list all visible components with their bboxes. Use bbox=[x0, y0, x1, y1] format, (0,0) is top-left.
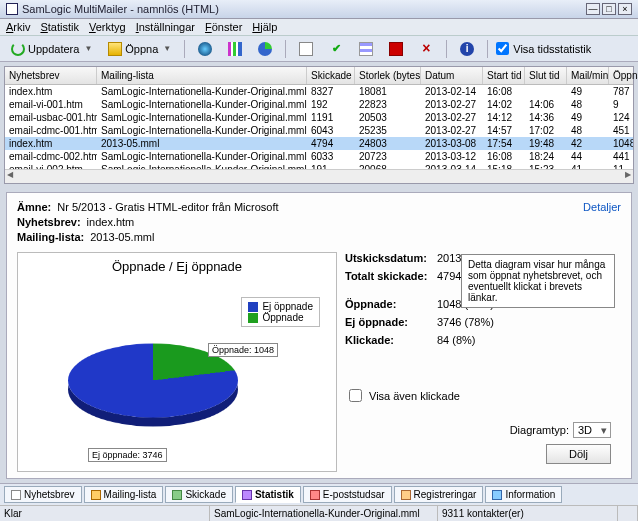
diagram-type-select[interactable]: 3D bbox=[573, 422, 611, 438]
menu-statistik[interactable]: Statistik bbox=[40, 21, 79, 33]
stats-column: Detta diagram visar hur många som öppnat… bbox=[345, 252, 621, 472]
mailinglist-value: 2013-05.mml bbox=[90, 231, 154, 243]
tab-epoststudsar[interactable]: E-poststudsar bbox=[303, 486, 392, 503]
ejopp-label: Ej öppnade: bbox=[345, 316, 437, 328]
show-clicks-input[interactable] bbox=[349, 389, 362, 402]
legend-op: Öppnade bbox=[262, 312, 303, 323]
tab-nyhetsbrev[interactable]: Nyhetsbrev bbox=[4, 486, 82, 503]
tab-statistik[interactable]: Statistik bbox=[235, 486, 301, 503]
details-link[interactable]: Detaljer bbox=[583, 201, 621, 213]
horizontal-scrollbar[interactable] bbox=[5, 169, 633, 183]
table-row[interactable]: email-cdmc-001.htmSamLogic-Internationel… bbox=[5, 124, 633, 137]
show-clicks-checkbox[interactable]: Visa även klickade bbox=[345, 386, 621, 405]
separator bbox=[487, 40, 488, 58]
stop-button[interactable] bbox=[384, 39, 408, 59]
reg-icon bbox=[401, 490, 411, 500]
list-button[interactable] bbox=[354, 39, 378, 59]
menubar: Arkiv Statistik Verktyg Inställningar Fö… bbox=[0, 19, 638, 36]
maximize-button[interactable]: □ bbox=[602, 3, 616, 15]
table-row[interactable]: email-usbac-001.htmSamLogic-Internatione… bbox=[5, 111, 633, 124]
check-button[interactable]: ✔ bbox=[324, 39, 348, 59]
status-grip bbox=[618, 506, 638, 521]
pie-label-notopened: Ej öppnade: 3746 bbox=[88, 448, 167, 462]
table-row[interactable]: email-cdmc-002.htmSamLogic-Internationel… bbox=[5, 150, 633, 163]
klick-label: Klickade: bbox=[345, 334, 437, 346]
pie-label-opened: Öppnade: 1048 bbox=[208, 343, 278, 357]
grid-body[interactable]: index.htmSamLogic-Internationella-Kunder… bbox=[5, 85, 633, 169]
tab-registreringar[interactable]: Registreringar bbox=[394, 486, 484, 503]
grid-header: Nyhetsbrev Mailing-lista Skickade Storle… bbox=[5, 67, 633, 85]
menu-hjalp[interactable]: Hjälp bbox=[252, 21, 277, 33]
totalt-value: 4794 bbox=[437, 270, 461, 282]
bottom-tabs: Nyhetsbrev Mailing-lista Skickade Statis… bbox=[0, 483, 638, 505]
tab-mailing[interactable]: Mailing-lista bbox=[84, 486, 164, 503]
info-icon: i bbox=[460, 42, 474, 56]
note-icon bbox=[299, 42, 313, 56]
x-icon: × bbox=[419, 42, 433, 56]
check-icon: ✔ bbox=[329, 42, 343, 56]
info-box: Detta diagram visar hur många som öppnat… bbox=[461, 254, 615, 308]
refresh-icon bbox=[11, 42, 25, 56]
time-stats-checkbox[interactable]: Visa tidsstatistik bbox=[496, 42, 591, 55]
stop-icon bbox=[389, 42, 403, 56]
open-button[interactable]: Öppna ▼ bbox=[103, 39, 176, 59]
refresh-button[interactable]: Uppdatera ▼ bbox=[6, 39, 97, 59]
time-stats-label: Visa tidsstatistik bbox=[513, 43, 591, 55]
window-title: SamLogic MultiMailer - namnlös (HTML) bbox=[22, 3, 582, 15]
legend-swatch-green bbox=[248, 313, 258, 323]
utskick-label: Utskicksdatum: bbox=[345, 252, 437, 264]
legend-swatch-blue bbox=[248, 302, 258, 312]
note-button[interactable] bbox=[294, 39, 318, 59]
table-row[interactable]: index.htm2013-05.mml4794248032013-03-081… bbox=[5, 137, 633, 150]
show-clicks-label: Visa även klickade bbox=[369, 390, 460, 402]
col-datum[interactable]: Datum bbox=[421, 67, 483, 84]
pie-chart-icon bbox=[258, 42, 272, 56]
info-button[interactable]: i bbox=[455, 39, 479, 59]
details-panel: Detaljer Ämne:Nr 5/2013 - Gratis HTML-ed… bbox=[6, 192, 632, 479]
col-storlek[interactable]: Storlek (bytes) bbox=[355, 67, 421, 84]
pie-button[interactable] bbox=[253, 39, 277, 59]
folder-icon bbox=[108, 42, 122, 56]
menu-installningar[interactable]: Inställningar bbox=[136, 21, 195, 33]
tab-skickade[interactable]: Skickade bbox=[165, 486, 233, 503]
subject-value: Nr 5/2013 - Gratis HTML-editor från Micr… bbox=[57, 201, 278, 213]
chevron-down-icon: ▼ bbox=[84, 44, 92, 53]
time-stats-input[interactable] bbox=[496, 42, 509, 55]
mail-icon bbox=[91, 490, 101, 500]
menu-fonster[interactable]: Fönster bbox=[205, 21, 242, 33]
col-mailing[interactable]: Mailing-lista bbox=[97, 67, 307, 84]
table-row[interactable]: index.htmSamLogic-Internationella-Kunder… bbox=[5, 85, 633, 98]
menu-arkiv[interactable]: Arkiv bbox=[6, 21, 30, 33]
globe-button[interactable] bbox=[193, 39, 217, 59]
chart-legend: Ej öppnade Öppnade bbox=[241, 297, 320, 327]
bars-button[interactable] bbox=[223, 39, 247, 59]
minimize-button[interactable]: — bbox=[586, 3, 600, 15]
totalt-label: Totalt skickade: bbox=[345, 270, 437, 282]
open-label: Öppna bbox=[125, 43, 158, 55]
app-icon bbox=[6, 3, 18, 15]
chevron-down-icon: ▼ bbox=[163, 44, 171, 53]
col-starttid[interactable]: Start tid bbox=[483, 67, 525, 84]
col-mailmin[interactable]: Mail/min bbox=[567, 67, 609, 84]
diagram-type-label: Diagramtyp: bbox=[510, 424, 569, 436]
refresh-label: Uppdatera bbox=[28, 43, 79, 55]
tab-information[interactable]: Information bbox=[485, 486, 562, 503]
klick-value: 84 (8%) bbox=[437, 334, 476, 346]
statusbar: Klar SamLogic-Internationella-Kunder-Ori… bbox=[0, 505, 638, 521]
table-row[interactable]: email-vi-001.htmSamLogic-Internationella… bbox=[5, 98, 633, 111]
legend-ej: Ej öppnade bbox=[262, 301, 313, 312]
close-button[interactable]: × bbox=[618, 3, 632, 15]
col-nyhetsbrev[interactable]: Nyhetsbrev bbox=[5, 67, 97, 84]
send-icon bbox=[172, 490, 182, 500]
newsletter-label: Nyhetsbrev: bbox=[17, 216, 81, 228]
col-sluttid[interactable]: Slut tid bbox=[525, 67, 567, 84]
menu-verktyg[interactable]: Verktyg bbox=[89, 21, 126, 33]
col-skickade[interactable]: Skickade bbox=[307, 67, 355, 84]
status-file: SamLogic-Internationella-Kunder-Original… bbox=[210, 506, 438, 521]
hide-button[interactable]: Dölj bbox=[546, 444, 611, 464]
separator bbox=[285, 40, 286, 58]
info-tab-icon bbox=[492, 490, 502, 500]
col-oppnade[interactable]: Öppnade bbox=[609, 67, 638, 84]
mailinglist-label: Mailing-lista: bbox=[17, 231, 84, 243]
delete-button[interactable]: × bbox=[414, 39, 438, 59]
